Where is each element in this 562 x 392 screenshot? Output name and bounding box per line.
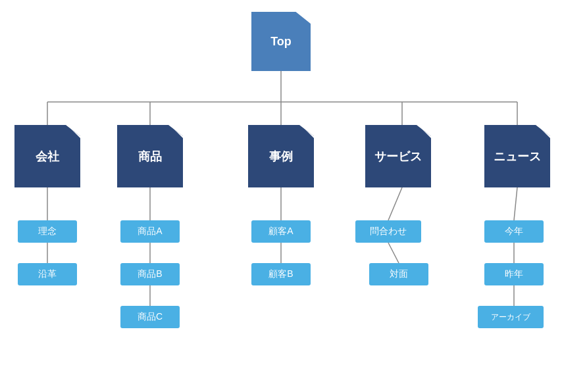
svg-line-16 bbox=[514, 187, 517, 220]
node-shohin: 商品 bbox=[117, 125, 183, 187]
service-label: サービス bbox=[374, 149, 422, 164]
node-jirei: 事例 bbox=[248, 125, 314, 187]
leaf-rinen: 理念 bbox=[18, 220, 77, 243]
leaf-shohinb: 商品B bbox=[120, 263, 180, 285]
node-kaisha: 会社 bbox=[14, 125, 80, 187]
leaf-kyakub: 顧客B bbox=[251, 263, 311, 285]
top-node: Top bbox=[251, 12, 311, 71]
leaf-shohinc: 商品C bbox=[120, 306, 180, 328]
kaisha-label: 会社 bbox=[36, 149, 59, 164]
shohin-label: 商品 bbox=[138, 149, 162, 164]
leaf-sakunen: 昨年 bbox=[484, 263, 544, 285]
leaf-enkaku: 沿革 bbox=[18, 263, 77, 285]
svg-line-14 bbox=[388, 187, 402, 220]
node-news: ニュース bbox=[484, 125, 550, 187]
leaf-shohina: 商品A bbox=[120, 220, 180, 243]
leaf-kyakua: 顧客A bbox=[251, 220, 311, 243]
leaf-taimen: 対面 bbox=[369, 263, 428, 285]
news-label: ニュース bbox=[494, 149, 541, 164]
leaf-archive: アーカイブ bbox=[478, 306, 544, 328]
svg-line-15 bbox=[388, 243, 399, 263]
jirei-label: 事例 bbox=[269, 149, 293, 164]
top-label: Top bbox=[270, 35, 292, 49]
leaf-toiawase: 問合わせ bbox=[355, 220, 421, 243]
site-map: Top 会社 商品 事例 サービス ニュース 理念 沿革 商品A 商品B 商品C… bbox=[0, 0, 562, 392]
leaf-kotoshi: 今年 bbox=[484, 220, 544, 243]
node-service: サービス bbox=[365, 125, 431, 187]
